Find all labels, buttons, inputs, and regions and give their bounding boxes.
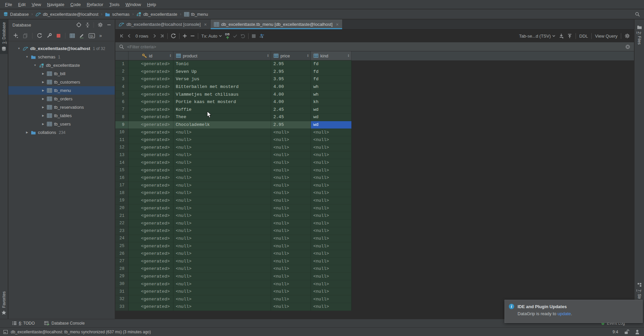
close-icon[interactable]: × [336,22,338,27]
update-link[interactable]: update [557,311,571,316]
grid-cell-product[interactable]: <null> [173,197,271,205]
row-number-cell[interactable]: 32 [115,295,128,303]
grid-cell-price[interactable]: <null> [271,129,311,136]
row-number-cell[interactable]: 18 [115,189,128,197]
row-number-cell[interactable]: 6 [115,98,128,106]
grid-cell-price[interactable]: 2.45 [271,106,311,114]
grid-cell-price[interactable]: <null> [271,250,311,258]
grid-row[interactable]: 3<generated>Verse jus3.95fd [115,76,634,83]
reload-page-icon[interactable] [171,33,176,39]
grid-cell-price[interactable]: <null> [271,144,311,152]
grid-cell-kind[interactable]: fd [311,76,352,83]
new-table-icon[interactable] [70,34,75,38]
grid-cell-price[interactable]: <null> [271,197,311,205]
grid-cell-price[interactable]: 2.95 [271,60,311,68]
row-number-cell[interactable]: 9 [115,121,128,129]
notification-popup[interactable]: i IDE and Plugin Updates DataGrip is rea… [504,300,643,323]
grid-cell-id[interactable]: <generated> [128,280,173,288]
grid-cell-kind[interactable]: <null> [311,227,352,235]
row-number-cell[interactable]: 19 [115,197,128,205]
tool-window-button-database[interactable]: 1: Database [0,19,8,54]
grid-cell-id[interactable]: <generated> [128,174,173,182]
grid-settings-icon[interactable] [625,33,630,39]
grid-cell-kind[interactable]: <null> [311,166,352,174]
lock-icon[interactable] [624,329,629,334]
tree-item-db_excellenttaste[interactable]: ▼db_excellenttaste [8,61,115,69]
grid-row[interactable]: 30<generated><null><null><null> [115,280,634,288]
row-number-cell[interactable]: 11 [115,136,128,144]
tree-item-db_excellenttaste@localhost[interactable]: ▼db_excellenttaste@localhost1 of 32 [8,44,115,53]
grid-row[interactable]: 13<generated><null><null><null> [115,151,634,159]
row-number-cell[interactable]: 30 [115,280,128,288]
grid-cell-product[interactable]: <null> [173,151,271,159]
grid-cell-product[interactable]: <null> [173,250,271,258]
grid-cell-id[interactable]: <generated> [128,83,173,91]
grid-cell-kind[interactable]: <null> [311,242,352,250]
grid-row[interactable]: 5<generated>Vlammetjes met chilisaus4.00… [115,91,634,98]
tree-item-tb_tables[interactable]: ▶tb_tables [8,111,115,120]
grid-cell-price[interactable]: 4.00 [271,98,311,106]
grid-cell-price[interactable]: <null> [271,212,311,220]
view-query-button[interactable]: View Query [595,34,618,39]
grid-cell-product[interactable]: <null> [173,273,271,281]
compare-icon[interactable] [259,34,265,39]
sort-icon[interactable]: ▲▼ [267,54,269,57]
grid-row[interactable]: 24<generated><null><null><null> [115,235,634,243]
chevron-down-icon[interactable]: ▼ [33,64,37,67]
grid-cell-product[interactable]: <null> [173,189,271,197]
grid-cell-id[interactable]: <generated> [128,265,173,273]
grid-cell-product[interactable]: Koffie [173,106,271,114]
grid-cell-price[interactable]: 2.95 [271,68,311,76]
grid-row[interactable]: 17<generated><null><null><null> [115,182,634,190]
grid-cell-price[interactable]: 3.95 [271,76,311,83]
grid-cell-kind[interactable]: wd [311,106,352,114]
todo-tool-button[interactable]: 6: TODO [12,321,35,326]
menu-refactor[interactable]: Refactor [84,2,106,7]
row-number-cell[interactable]: 24 [115,235,128,243]
grid-cell-id[interactable]: <generated> [128,273,173,281]
commit-icon[interactable] [233,34,237,38]
grid-cell-id[interactable]: <generated> [128,151,173,159]
grid-cell-id[interactable]: <generated> [128,182,173,190]
grid-cell-price[interactable]: <null> [271,189,311,197]
chevron-down-icon[interactable]: ▼ [17,47,21,50]
row-number-cell[interactable]: 27 [115,257,128,265]
grid-cell-id[interactable]: <generated> [128,98,173,106]
grid-cell-product[interactable]: Seven Up [173,68,271,76]
menu-navigate[interactable]: Navigate [44,2,67,7]
first-page-icon[interactable] [119,34,124,38]
grid-cell-price[interactable]: <null> [271,174,311,182]
grid-cell-price[interactable]: <null> [271,227,311,235]
grid-cell-kind[interactable]: <null> [311,280,352,288]
sort-icon[interactable]: ▲▼ [307,54,309,57]
grid-cell-price[interactable]: <null> [271,159,311,167]
grid-cell-id[interactable]: <generated> [128,129,173,136]
database-console-tool-button[interactable]: Database Console [44,321,85,326]
sort-icon[interactable]: ▲▼ [347,54,350,57]
grid-cell-kind[interactable]: <null> [311,174,352,182]
grid-cell-product[interactable]: <null> [173,257,271,265]
ddl-button[interactable]: DDL [579,34,588,39]
grid-cell-kind[interactable]: <null> [311,182,352,190]
chevron-right-icon[interactable]: ▶ [41,123,45,126]
sort-icon[interactable]: ▲▼ [169,54,171,57]
grid-cell-id[interactable]: <generated> [128,60,173,68]
grid-cell-product[interactable]: <null> [173,280,271,288]
grid-cell-id[interactable]: <generated> [128,303,173,311]
delete-row-icon[interactable] [190,34,195,38]
grid-cell-price[interactable]: <null> [271,265,311,273]
grid-cell-id[interactable]: <generated> [128,250,173,258]
grid-cell-kind[interactable]: <null> [311,129,352,136]
menu-tools[interactable]: Tools [106,2,122,7]
row-number-cell[interactable]: 23 [115,227,128,235]
grid-row[interactable]: 25<generated><null><null><null> [115,242,634,250]
grid-cell-kind[interactable]: wh [311,91,352,98]
grid-cell-price[interactable]: <null> [271,220,311,227]
tool-window-toggle-icon[interactable] [3,330,8,334]
row-number-cell[interactable]: 33 [115,303,128,311]
row-number-cell[interactable]: 21 [115,212,128,220]
grid-cell-id[interactable]: <generated> [128,106,173,114]
cancel-query-icon[interactable] [252,34,256,38]
row-number-cell[interactable]: 4 [115,83,128,91]
menu-help[interactable]: Help [144,2,159,7]
